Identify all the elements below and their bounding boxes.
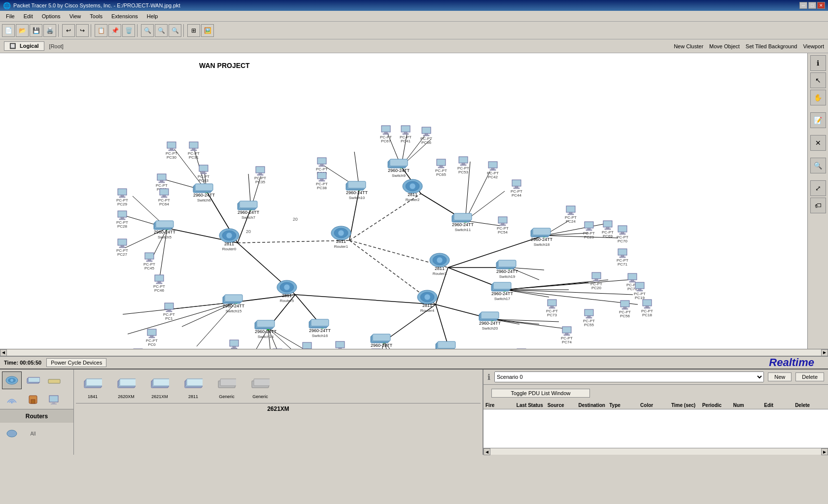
- switch7-node[interactable]: 2960-24TT Switch7: [238, 201, 260, 220]
- pc-pc69[interactable]: PC-PT PC69: [602, 221, 614, 238]
- resize-tool-btn[interactable]: ⤢: [810, 180, 826, 196]
- minimize-button[interactable]: ─: [799, 2, 807, 9]
- pdu-scroll-track[interactable]: [490, 448, 821, 455]
- pc-pc0[interactable]: PC-PT PC0: [146, 329, 158, 347]
- custom-icon-button[interactable]: 🖼️: [201, 24, 214, 37]
- redo-button[interactable]: ↪: [76, 24, 89, 37]
- pdu-table-scroll[interactable]: [483, 409, 828, 448]
- router0-node[interactable]: 2811 Router0: [219, 229, 239, 251]
- device-2621xm[interactable]: 2621XM: [145, 373, 174, 399]
- device-generic2[interactable]: Generic: [245, 373, 275, 399]
- router3-node[interactable]: 2811 Router3: [430, 253, 449, 276]
- save-button[interactable]: 💾: [30, 24, 42, 37]
- viewport-btn[interactable]: Viewport: [803, 43, 824, 49]
- pc-pc23[interactable]: PC-PT PC23: [583, 222, 595, 239]
- pc-pc1[interactable]: PC-PT PC1: [163, 303, 175, 321]
- pc-pc41[interactable]: PC-PT PC41: [400, 126, 412, 143]
- router5-node[interactable]: 2811 Router5: [277, 280, 297, 303]
- pc-pc18[interactable]: PC-PT PC18: [641, 300, 653, 317]
- hubs-category[interactable]: [44, 371, 64, 389]
- pdu-scroll-right[interactable]: ▶: [821, 448, 828, 455]
- pc-pc46[interactable]: PC-PT PC46: [153, 275, 165, 293]
- open-button[interactable]: 📂: [16, 24, 29, 37]
- scenario-new-button[interactable]: New: [768, 372, 792, 381]
- pc-pc45[interactable]: PC-PT PC45: [143, 253, 155, 270]
- switch21-node[interactable]: 2960-24TT Switch21: [436, 341, 458, 349]
- pc-pc7[interactable]: PC-PT PC7: [334, 341, 346, 349]
- switch18-node[interactable]: 2960-24TT Switch18: [531, 228, 553, 247]
- logical-tab[interactable]: 🔲 Logical: [4, 41, 44, 51]
- pc-pc71[interactable]: PC-PT PC71: [617, 249, 628, 267]
- security-category[interactable]: [23, 391, 43, 408]
- hscroll-left-btn[interactable]: ◀: [0, 349, 7, 356]
- pc-pc24[interactable]: PC-PT PC24: [565, 206, 577, 224]
- pc-pc80[interactable]: PC-PT PC80: [228, 340, 240, 349]
- pdu-hscrollbar[interactable]: ◀ ▶: [483, 448, 828, 455]
- switch10-node[interactable]: 2960-24TT Switch10: [346, 181, 368, 200]
- new-cluster-btn[interactable]: New Cluster: [674, 43, 703, 49]
- switch11-node[interactable]: 2960-24TT Switch11: [452, 213, 474, 232]
- set-tiled-bg-btn[interactable]: Set Tiled Background: [746, 43, 797, 49]
- device-2620xm[interactable]: 2620XM: [111, 373, 141, 399]
- pc-pc19[interactable]: PC-PT PC19: [634, 282, 646, 300]
- pc-pc63[interactable]: PC-PT PC63: [198, 165, 209, 183]
- menu-item-file[interactable]: File: [2, 12, 19, 20]
- zoom-in-button[interactable]: 🔍: [141, 24, 154, 37]
- switch15-node[interactable]: 2960-24TT Switch15: [223, 295, 245, 313]
- device-generic1[interactable]: Generic: [212, 373, 242, 399]
- switch20-node[interactable]: 2960-24TT Switch20: [479, 312, 501, 331]
- tag-tool-btn[interactable]: 🏷: [810, 198, 826, 213]
- pc-pc27[interactable]: PC-PT PC27: [116, 239, 128, 257]
- switches-category[interactable]: [23, 371, 43, 389]
- menu-item-options[interactable]: Options: [38, 12, 65, 20]
- print-button[interactable]: 🖨️: [43, 24, 56, 37]
- pdu-scroll-left[interactable]: ◀: [483, 448, 490, 455]
- all-subcat[interactable]: All: [23, 425, 43, 442]
- pdu-toggle-button[interactable]: Toggle PDU List Window: [491, 389, 590, 398]
- router2-node[interactable]: 2811 Router2: [403, 179, 422, 202]
- pc-pc73[interactable]: PC-PT PC73: [546, 300, 558, 317]
- pc-pc35[interactable]: PC-PT PC35: [254, 167, 266, 184]
- pc-pc66[interactable]: PC-PT PC66: [420, 127, 432, 145]
- hscroll-track[interactable]: [7, 350, 821, 356]
- pc-pc74[interactable]: PC-PT PC74: [561, 327, 573, 344]
- maximize-button[interactable]: □: [808, 2, 816, 9]
- router1-node[interactable]: 2811 Router1: [331, 226, 351, 249]
- pc-pc28[interactable]: PC-PT PC28: [116, 211, 128, 229]
- new-button[interactable]: 📄: [2, 24, 15, 37]
- menu-item-view[interactable]: View: [66, 12, 85, 20]
- delete-button[interactable]: 🗑️: [122, 24, 135, 37]
- scenario-select[interactable]: Scenario 0: [494, 371, 764, 382]
- hscroll-right-btn[interactable]: ▶: [821, 349, 828, 356]
- switch14-node[interactable]: 2960-24TT Switch14: [255, 320, 277, 339]
- switch18b-node[interactable]: 2960-24TT Switch16: [309, 319, 331, 338]
- zoom-reset-button[interactable]: 🔍: [169, 24, 181, 37]
- pc-pc70[interactable]: PC-PT PC70: [617, 226, 628, 243]
- pc-pc44[interactable]: PC-PT PC44: [511, 180, 522, 198]
- pc-pc56[interactable]: PC-PT PC56: [619, 301, 631, 318]
- device-2811[interactable]: 2811: [178, 373, 208, 399]
- move-tool-btn[interactable]: ✋: [810, 90, 826, 105]
- canvas-area[interactable]: WAN PROJECT: [0, 53, 807, 349]
- note-tool-btn[interactable]: 📝: [810, 112, 826, 128]
- device-1841[interactable]: 1841: [78, 373, 107, 399]
- hscrollbar[interactable]: ◀ ▶: [0, 349, 828, 356]
- enddevices-category[interactable]: [44, 391, 64, 408]
- pc-pc38[interactable]: PC-PT PC38: [316, 172, 328, 190]
- copy-button[interactable]: 📋: [95, 24, 107, 37]
- switch22-node[interactable]: 2960-24TT Switch22: [371, 334, 393, 349]
- menu-item-help[interactable]: Help: [143, 12, 162, 20]
- wan-subcat[interactable]: [2, 425, 22, 442]
- switch19-node[interactable]: 2960-24TT Switch19: [496, 260, 518, 279]
- undo-button[interactable]: ↩: [62, 24, 75, 37]
- pc-pc77[interactable]: PC-PT PC77: [301, 342, 313, 349]
- pc-pc64[interactable]: PC-PT PC64: [158, 189, 170, 206]
- pc-pc31[interactable]: PC-PT PC31: [188, 142, 200, 160]
- menu-item-tools[interactable]: Tools: [86, 12, 106, 20]
- select-tool-btn[interactable]: ↖: [810, 72, 826, 88]
- scenario-delete-button[interactable]: Delete: [795, 372, 824, 381]
- delete-tool-btn[interactable]: ✕: [810, 135, 826, 151]
- power-cycle-button[interactable]: Power Cycle Devices: [46, 358, 106, 367]
- info-tool-btn[interactable]: ℹ: [810, 55, 826, 71]
- pc-pc29[interactable]: PC-PT PC29: [116, 189, 128, 206]
